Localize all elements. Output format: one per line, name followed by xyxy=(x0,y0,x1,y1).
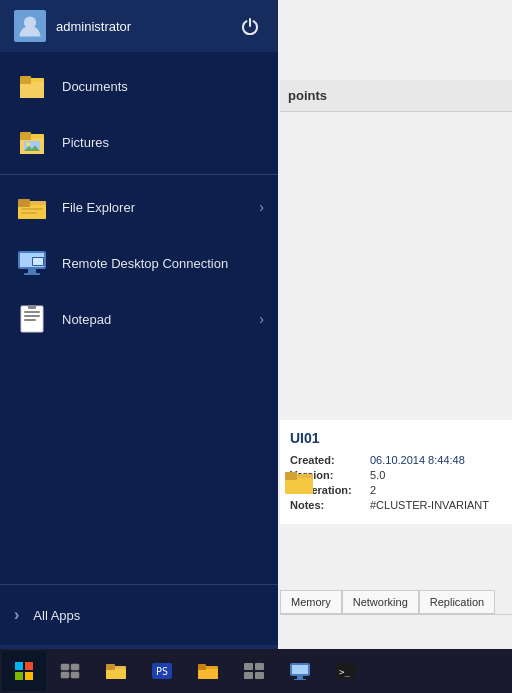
remotedesktop-label: Remote Desktop Connection xyxy=(62,256,264,271)
menu-item-documents[interactable]: Documents xyxy=(0,58,278,114)
notepad-arrow: › xyxy=(259,311,264,327)
svg-rect-15 xyxy=(21,208,43,210)
power-button[interactable] xyxy=(236,12,264,40)
svg-rect-19 xyxy=(28,269,36,273)
bg-notes-value: #CLUSTER-INVARIANT xyxy=(370,499,489,511)
svg-point-11 xyxy=(26,142,30,146)
avatar[interactable] xyxy=(14,10,46,42)
svg-rect-38 xyxy=(71,672,79,678)
taskbar-taskview-button[interactable] xyxy=(48,651,92,691)
bg-version-row: Version: 5.0 xyxy=(290,469,502,481)
fileexplorer-icon xyxy=(14,189,50,225)
notepad-label: Notepad xyxy=(62,312,259,327)
svg-rect-1 xyxy=(285,478,313,494)
documents-label: Documents xyxy=(62,79,264,94)
menu-item-remotedesktop[interactable]: Remote Desktop Connection xyxy=(0,235,278,291)
notepad-icon xyxy=(14,301,50,337)
fileexplorer-label: File Explorer xyxy=(62,200,259,215)
taskbar-remote-button[interactable] xyxy=(278,651,322,691)
all-apps-button[interactable]: › All Apps xyxy=(0,593,278,637)
bg-tabs-bar: Memory Networking Replication xyxy=(280,590,512,615)
svg-text:PS: PS xyxy=(156,666,168,677)
remote-desktop-icon xyxy=(14,245,50,281)
all-apps-arrow-icon: › xyxy=(14,606,19,624)
svg-rect-49 xyxy=(244,672,253,679)
svg-rect-6 xyxy=(20,76,31,84)
svg-rect-16 xyxy=(21,212,37,214)
start-menu: administrator Documents xyxy=(0,0,278,693)
svg-rect-14 xyxy=(18,199,30,207)
bg-tab-memory[interactable]: Memory xyxy=(280,590,342,614)
svg-rect-45 xyxy=(198,669,218,679)
bg-title-text: points xyxy=(288,88,327,103)
svg-rect-41 xyxy=(106,664,115,670)
svg-rect-37 xyxy=(61,672,69,678)
menu-item-notepad[interactable]: Notepad › xyxy=(0,291,278,347)
bg-created-value: 06.10.2014 8:44:48 xyxy=(370,454,465,466)
user-area: administrator xyxy=(14,10,131,42)
bg-notes-row: Notes: #CLUSTER-INVARIANT xyxy=(290,499,502,511)
svg-rect-47 xyxy=(244,663,253,670)
bg-created-row: Created: 06.10.2014 8:44:48 xyxy=(290,454,502,466)
svg-rect-31 xyxy=(15,662,23,670)
bg-tab-networking[interactable]: Networking xyxy=(342,590,419,614)
svg-rect-32 xyxy=(25,662,33,670)
bg-created-label: Created: xyxy=(290,454,370,466)
menu-items-list: Documents Pictures xyxy=(0,52,278,584)
taskbar-cmd-button[interactable]: >_ xyxy=(324,651,368,691)
svg-rect-53 xyxy=(297,676,303,679)
svg-rect-27 xyxy=(24,319,36,321)
svg-rect-20 xyxy=(24,273,40,275)
bg-generation-row: Generation: 2 xyxy=(290,484,502,496)
taskbar-folder-button[interactable] xyxy=(186,651,230,691)
bg-generation-value: 2 xyxy=(370,484,376,496)
svg-rect-22 xyxy=(33,258,43,265)
svg-rect-54 xyxy=(294,679,306,680)
svg-rect-48 xyxy=(255,663,264,670)
taskbar-terminal-button[interactable]: PS xyxy=(140,651,184,691)
svg-rect-40 xyxy=(106,669,126,679)
bg-title-bar: points xyxy=(280,80,512,112)
svg-text:>_: >_ xyxy=(339,667,350,677)
menu-item-fileexplorer[interactable]: File Explorer › xyxy=(0,179,278,235)
svg-rect-34 xyxy=(25,672,33,680)
start-menu-header: administrator xyxy=(0,0,278,52)
bg-folder-icon xyxy=(285,468,315,496)
username-label: administrator xyxy=(56,19,131,34)
taskbar-fileexplorer-button[interactable] xyxy=(94,651,138,691)
bg-notes-label: Notes: xyxy=(290,499,370,511)
bg-tab-replication[interactable]: Replication xyxy=(419,590,495,614)
taskbar: PS >_ xyxy=(0,649,512,693)
taskbar-start-button[interactable] xyxy=(2,651,46,691)
all-apps-label: All Apps xyxy=(33,608,264,623)
svg-rect-46 xyxy=(198,664,206,670)
svg-rect-5 xyxy=(20,82,44,98)
bg-vm-name: UI01 xyxy=(290,430,502,446)
svg-rect-36 xyxy=(71,664,79,670)
svg-rect-52 xyxy=(292,665,308,674)
bg-version-value: 5.0 xyxy=(370,469,385,481)
svg-rect-50 xyxy=(255,672,264,679)
svg-rect-9 xyxy=(20,132,31,140)
menu-divider-1 xyxy=(0,174,278,175)
menu-item-pictures[interactable]: Pictures xyxy=(0,114,278,170)
pictures-label: Pictures xyxy=(62,135,264,150)
svg-rect-28 xyxy=(28,305,36,309)
svg-rect-25 xyxy=(24,311,40,313)
pictures-icon xyxy=(14,124,50,160)
svg-rect-33 xyxy=(15,672,23,680)
svg-rect-2 xyxy=(285,472,297,480)
fileexplorer-arrow: › xyxy=(259,199,264,215)
all-apps-section: › All Apps xyxy=(0,584,278,645)
svg-rect-35 xyxy=(61,664,69,670)
taskbar-apps-button[interactable] xyxy=(232,651,276,691)
documents-icon xyxy=(14,68,50,104)
svg-rect-26 xyxy=(24,315,40,317)
